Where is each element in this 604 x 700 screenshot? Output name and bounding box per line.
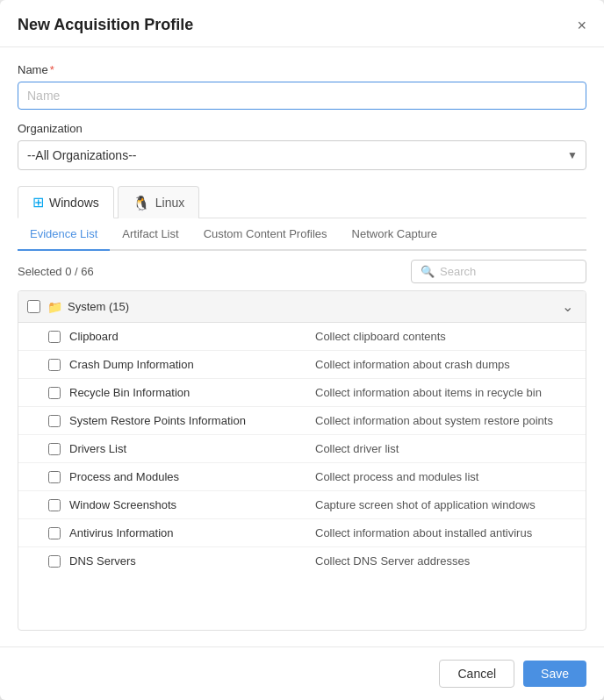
tab-evidence-list[interactable]: Evidence List xyxy=(18,218,110,251)
item-checkbox-drivers[interactable] xyxy=(48,443,61,455)
item-name: DNS Servers xyxy=(69,554,315,568)
tab-windows[interactable]: ⊞ Windows xyxy=(18,186,114,218)
item-name: Clipboard xyxy=(69,330,315,343)
item-checkbox-crash-dump[interactable] xyxy=(48,359,61,371)
list-item: Recycle Bin Information Collect informat… xyxy=(18,379,586,407)
modal-title: New Acquisition Profile xyxy=(18,16,193,34)
organization-field-group: Organization --All Organizations-- ▼ xyxy=(18,122,586,186)
close-button[interactable]: × xyxy=(577,18,586,33)
item-name: System Restore Points Information xyxy=(69,414,315,427)
folder-icon: 📁 xyxy=(47,300,62,314)
item-desc: Collect information about installed anti… xyxy=(315,526,577,539)
search-box: 🔍 xyxy=(411,260,586,283)
list-item: Drivers List Collect driver list xyxy=(18,435,586,463)
list-item: Window Screenshots Capture screen shot o… xyxy=(18,491,586,519)
org-select[interactable]: --All Organizations-- xyxy=(18,140,586,170)
search-input[interactable] xyxy=(440,265,577,278)
tab-linux-label: Linux xyxy=(155,196,184,210)
item-checkbox-clipboard[interactable] xyxy=(48,331,61,343)
item-desc: Collect information about items in recyc… xyxy=(315,386,577,399)
item-name: Drivers List xyxy=(69,442,315,455)
save-button[interactable]: Save xyxy=(523,661,586,687)
modal-footer: Cancel Save xyxy=(0,646,604,700)
group-name: System (15) xyxy=(68,300,558,313)
item-desc: Capture screen shot of application windo… xyxy=(315,498,577,511)
name-field-group: Name* xyxy=(18,63,586,122)
item-desc: Collect process and modules list xyxy=(315,470,577,483)
list-item: Crash Dump Information Collect informati… xyxy=(18,351,586,379)
search-icon: 🔍 xyxy=(421,265,435,278)
item-name: Antivirus Information xyxy=(69,526,315,539)
item-name: Process and Modules xyxy=(69,470,315,483)
group-header: 📁 System (15) ⌄ xyxy=(18,291,586,323)
list-item: Antivirus Information Collect informatio… xyxy=(18,519,586,547)
item-name: Recycle Bin Information xyxy=(69,386,315,399)
tab-custom-content-profiles[interactable]: Custom Content Profiles xyxy=(191,218,340,251)
org-select-wrapper: --All Organizations-- ▼ xyxy=(18,140,586,170)
list-header: Selected 0 / 66 🔍 xyxy=(18,251,586,290)
linux-icon: 🐧 xyxy=(133,195,150,211)
item-desc: Collect driver list xyxy=(315,442,577,455)
tab-linux[interactable]: 🐧 Linux xyxy=(118,186,199,218)
windows-icon: ⊞ xyxy=(32,194,44,211)
required-indicator: * xyxy=(50,63,54,76)
tab-windows-label: Windows xyxy=(49,196,99,210)
cancel-button[interactable]: Cancel xyxy=(439,660,514,688)
selected-count: Selected 0 / 66 xyxy=(18,265,94,278)
tab-network-capture[interactable]: Network Capture xyxy=(340,218,450,251)
new-acquisition-profile-modal: New Acquisition Profile × Name* Organiza… xyxy=(0,0,604,700)
list-item: Clipboard Collect clipboard contents xyxy=(18,323,586,351)
item-name: Window Screenshots xyxy=(69,498,315,511)
modal-body: Name* Organization --All Organizations--… xyxy=(0,47,604,646)
item-checkbox-screenshots[interactable] xyxy=(48,499,61,511)
item-checkbox-dns[interactable] xyxy=(48,555,61,568)
item-desc: Collect information about crash dumps xyxy=(315,358,577,371)
item-checkbox-restore-points[interactable] xyxy=(48,415,61,427)
list-item: System Restore Points Information Collec… xyxy=(18,407,586,435)
os-tab-bar: ⊞ Windows 🐧 Linux xyxy=(18,186,586,218)
name-input[interactable] xyxy=(18,82,586,110)
name-label: Name* xyxy=(18,63,586,76)
org-label: Organization xyxy=(18,122,586,135)
content-tab-bar: Evidence List Artifact List Custom Conte… xyxy=(18,218,586,251)
item-desc: Collect information about system restore… xyxy=(315,414,577,427)
group-checkbox[interactable] xyxy=(27,300,40,313)
list-item: Process and Modules Collect process and … xyxy=(18,463,586,491)
item-desc: Collect clipboard contents xyxy=(315,330,577,343)
item-name: Crash Dump Information xyxy=(69,358,315,371)
item-desc: Collect DNS Server addresses xyxy=(315,554,577,568)
tab-artifact-list[interactable]: Artifact List xyxy=(110,218,191,251)
modal-header: New Acquisition Profile × xyxy=(0,0,604,47)
item-checkbox-recycle-bin[interactable] xyxy=(48,387,61,399)
list-item: DNS Servers Collect DNS Server addresses xyxy=(18,547,586,575)
item-checkbox-antivirus[interactable] xyxy=(48,527,61,539)
collapse-button[interactable]: ⌄ xyxy=(558,298,577,315)
evidence-list: 📁 System (15) ⌄ Clipboard Collect clipbo… xyxy=(18,290,586,631)
item-checkbox-process-modules[interactable] xyxy=(48,471,61,483)
